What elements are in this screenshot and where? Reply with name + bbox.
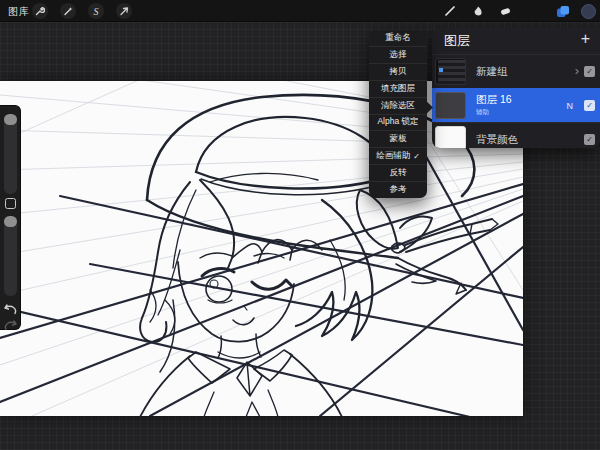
brush-opacity-slider[interactable]: [4, 216, 17, 296]
menu-item-rename[interactable]: 重命名: [369, 30, 427, 47]
visibility-checkbox[interactable]: ✓: [584, 100, 595, 111]
brush-icon[interactable]: [442, 3, 458, 19]
layers-panel-title: 图层: [444, 32, 470, 50]
menu-item-fill-layer[interactable]: 填充图层: [369, 81, 427, 98]
menu-item-drawing-assist[interactable]: 绘画辅助 ✓: [369, 148, 427, 165]
modify-button[interactable]: [5, 198, 16, 209]
menu-item-invert[interactable]: 反转: [369, 165, 427, 182]
color-swatch[interactable]: [580, 3, 596, 19]
add-layer-button[interactable]: +: [581, 30, 590, 48]
background-thumbnail: [435, 126, 466, 148]
menu-item-mask[interactable]: 蒙板: [369, 131, 427, 148]
visibility-checkbox[interactable]: ✓: [584, 134, 595, 145]
layers-panel: 图层 + 新建组 › ✓ 图层 16 辅助 N ✓ 背景颜色 ✓: [432, 28, 600, 148]
layer-thumbnail: [435, 92, 466, 119]
sketch-perspective-lines: [0, 110, 523, 416]
chevron-right-icon[interactable]: ›: [575, 63, 579, 78]
redo-icon[interactable]: [3, 318, 18, 331]
menu-item-copy[interactable]: 拷贝: [369, 64, 427, 81]
menu-item-reference[interactable]: 参考: [369, 182, 427, 198]
layer-row-background[interactable]: 背景颜色 ✓: [432, 122, 600, 148]
layer-row-selected[interactable]: 图层 16 辅助 N ✓: [432, 88, 600, 122]
layer-row-group[interactable]: 新建组 › ✓: [432, 54, 600, 88]
check-icon: ✓: [413, 152, 420, 161]
menu-item-select[interactable]: 选择: [369, 47, 427, 64]
adjustments-wand-icon[interactable]: [60, 3, 76, 19]
brush-size-slider[interactable]: [4, 114, 17, 194]
layers-icon[interactable]: [555, 3, 571, 19]
brush-size-handle[interactable]: [4, 114, 17, 125]
layer-name: 图层 16: [476, 94, 512, 105]
procreate-workspace: { "toolbar": { "gallery_label": "图库", "s…: [0, 0, 600, 450]
layer-context-menu: 重命名 选择 拷贝 填充图层 清除选区 Alpha 锁定 蒙板 绘画辅助 ✓ 反…: [369, 30, 427, 198]
group-thumbnail: [435, 58, 466, 85]
blend-mode-button[interactable]: N: [567, 101, 574, 111]
smudge-icon[interactable]: [470, 3, 486, 19]
layer-name: 背景颜色: [476, 134, 518, 145]
menu-item-alpha-lock[interactable]: Alpha 锁定: [369, 115, 427, 132]
menu-item-clear-selection[interactable]: 清除选区: [369, 98, 427, 115]
layers-panel-header: 图层 +: [432, 28, 600, 54]
eraser-icon[interactable]: [497, 3, 513, 19]
top-toolbar: 图库 S: [0, 0, 600, 22]
undo-icon[interactable]: [3, 302, 18, 315]
actions-wrench-icon[interactable]: [32, 3, 48, 19]
selection-icon[interactable]: S: [88, 3, 104, 19]
visibility-checkbox[interactable]: ✓: [584, 66, 595, 77]
layer-assist-badge: 辅助: [476, 106, 512, 117]
brush-opacity-handle[interactable]: [4, 216, 17, 227]
brush-sidebar: [0, 105, 21, 330]
transform-arrow-icon[interactable]: [116, 3, 132, 19]
gallery-button[interactable]: 图库: [8, 5, 30, 19]
layer-name: 新建组: [476, 66, 508, 77]
